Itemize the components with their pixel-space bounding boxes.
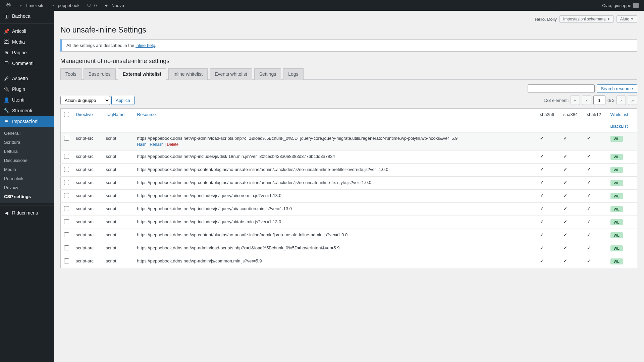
check-icon: ✓ [564, 219, 567, 224]
cell-tagname: script [103, 190, 134, 203]
tab-external-whitelist[interactable]: External whitelist [118, 68, 166, 80]
row-checkbox[interactable] [64, 136, 69, 141]
cell-tagname: script [103, 242, 134, 255]
settings-submenu: Generali Scrittura Lettura Discussione M… [0, 127, 54, 203]
whitelist-badge[interactable]: WL [610, 154, 623, 160]
cell-resource: https://peppebook.ddns.net/wp-content/pl… [137, 180, 371, 185]
submenu-media[interactable]: Media [0, 165, 54, 174]
row-checkbox[interactable] [64, 167, 69, 172]
user-icon: 👤 [3, 97, 9, 103]
col-sha512: sha512 [584, 109, 607, 132]
menu-pages[interactable]: 🗎Pagine [0, 47, 54, 58]
tab-logs[interactable]: Logs [283, 68, 303, 80]
select-all-checkbox[interactable] [64, 112, 69, 117]
site-name[interactable]: ⌂peppebook [47, 0, 82, 11]
menu-appearance[interactable]: 🖌Aspetto [0, 73, 54, 84]
menu-comments[interactable]: 🗨Commenti [0, 58, 54, 69]
delete-action[interactable]: Delete [167, 142, 179, 147]
cell-tagname: script [103, 203, 134, 216]
tab-tools[interactable]: Tools [60, 68, 82, 80]
search-resource-button[interactable]: Search resource [597, 84, 637, 93]
submenu-privacy[interactable]: Privacy [0, 183, 54, 192]
cell-directive: script-src [72, 150, 103, 164]
screen-options-button[interactable]: Impostazioni schermata▼ [559, 15, 614, 23]
whitelist-badge[interactable]: WL [610, 258, 623, 264]
submenu-csp-settings[interactable]: CSP settings [0, 192, 54, 201]
my-sites[interactable]: ⌂I miei siti [15, 0, 46, 11]
account-menu[interactable]: Ciao, giuseppe [602, 3, 641, 8]
row-checkbox[interactable] [64, 232, 69, 237]
cell-resource: https://peppebook.ddns.net/wp-includes/j… [137, 219, 281, 224]
submenu-discussion[interactable]: Discussione [0, 156, 54, 165]
menu-tools[interactable]: 🔧Strumenti [0, 105, 54, 116]
check-icon: ✓ [587, 258, 591, 263]
menu-users[interactable]: 👤Utenti [0, 95, 54, 105]
row-checkbox[interactable] [64, 219, 69, 224]
wp-logo[interactable]: ⓦ [3, 0, 14, 11]
check-icon: ✓ [540, 219, 544, 224]
hash-action[interactable]: Hash [137, 142, 147, 147]
cell-directive: script-src [72, 242, 103, 255]
whitelist-badge[interactable]: WL [610, 219, 623, 225]
rehash-action[interactable]: Rehash [150, 142, 163, 147]
page-input[interactable] [593, 96, 605, 105]
whitelist-badge[interactable]: WL [610, 180, 623, 186]
col-blacklist[interactable]: BlackList [610, 124, 634, 129]
whitelist-badge[interactable]: WL [610, 245, 623, 251]
tab-settings[interactable]: Settings [254, 68, 281, 80]
whitelist-badge[interactable]: WL [610, 193, 623, 199]
whitelist-badge[interactable]: WL [610, 232, 623, 238]
row-checkbox[interactable] [64, 154, 69, 159]
tab-events-whitelist[interactable]: Events whitelist [210, 68, 252, 80]
inline-help-link[interactable]: inline help [136, 43, 155, 48]
first-page-button[interactable]: « [571, 96, 580, 105]
apply-button[interactable]: Applica [111, 96, 135, 105]
sliders-icon: ≡ [3, 119, 9, 124]
whitelist-badge[interactable]: WL [610, 136, 623, 142]
admin-sidebar: ◫Bacheca 📌Articoli 🖾Media 🗎Pagine 🗨Comme… [0, 11, 54, 275]
page-of-text: di 2 [607, 98, 614, 103]
check-icon: ✓ [587, 219, 591, 224]
whitelist-badge[interactable]: WL [610, 167, 623, 173]
submenu-permalink[interactable]: Permalink [0, 174, 54, 183]
cell-tagname: script [103, 132, 134, 150]
cell-tagname: script [103, 164, 134, 177]
help-button[interactable]: Aiuto▼ [616, 15, 637, 23]
search-input[interactable] [528, 84, 595, 93]
menu-posts[interactable]: 📌Articoli [0, 26, 54, 37]
submenu-general[interactable]: Generali [0, 129, 54, 138]
menu-media[interactable]: 🖾Media [0, 37, 54, 47]
row-checkbox[interactable] [64, 206, 69, 211]
collapse-menu[interactable]: ◀Riduci menu [0, 207, 54, 218]
next-page-button[interactable]: › [616, 96, 626, 105]
whitelist-badge[interactable]: WL [610, 206, 623, 212]
row-checkbox[interactable] [64, 258, 69, 263]
check-icon: ✓ [587, 180, 591, 185]
col-tagname[interactable]: TagName [106, 112, 125, 117]
new-content[interactable]: +Nuovo [101, 0, 127, 11]
prev-page-button[interactable]: ‹ [582, 96, 591, 105]
tab-base-rules[interactable]: Base rules [84, 68, 116, 80]
submenu-reading[interactable]: Lettura [0, 147, 54, 156]
table-row: script-src script https://peppebook.ddns… [61, 216, 637, 229]
menu-plugins[interactable]: 🔌Plugin [0, 84, 54, 95]
comments-link[interactable]: 🗨0 [84, 0, 99, 11]
col-whitelist[interactable]: WhiteList [610, 112, 634, 117]
cell-tagname: script [103, 177, 134, 190]
row-checkbox[interactable] [64, 193, 69, 198]
check-icon: ✓ [540, 180, 544, 185]
last-page-button[interactable]: » [628, 96, 637, 105]
tab-inline-whitelist[interactable]: Inline whitelist [168, 68, 208, 80]
bulk-actions-select[interactable]: Azioni di gruppo [60, 96, 110, 105]
col-directive[interactable]: Directive [76, 112, 93, 117]
cell-resource: https://peppebook.ddns.net/wp-content/pl… [137, 167, 388, 172]
col-resource[interactable]: Resource [137, 112, 156, 117]
submenu-writing[interactable]: Scrittura [0, 138, 54, 147]
menu-dashboard[interactable]: ◫Bacheca [0, 11, 54, 21]
check-icon: ✓ [564, 180, 567, 185]
wordpress-icon: ⓦ [5, 2, 11, 8]
cell-resource: https://peppebook.ddns.net/wp-admin/load… [137, 245, 340, 250]
menu-settings[interactable]: ≡Impostazioni [0, 116, 54, 127]
row-checkbox[interactable] [64, 245, 69, 250]
row-checkbox[interactable] [64, 180, 69, 185]
